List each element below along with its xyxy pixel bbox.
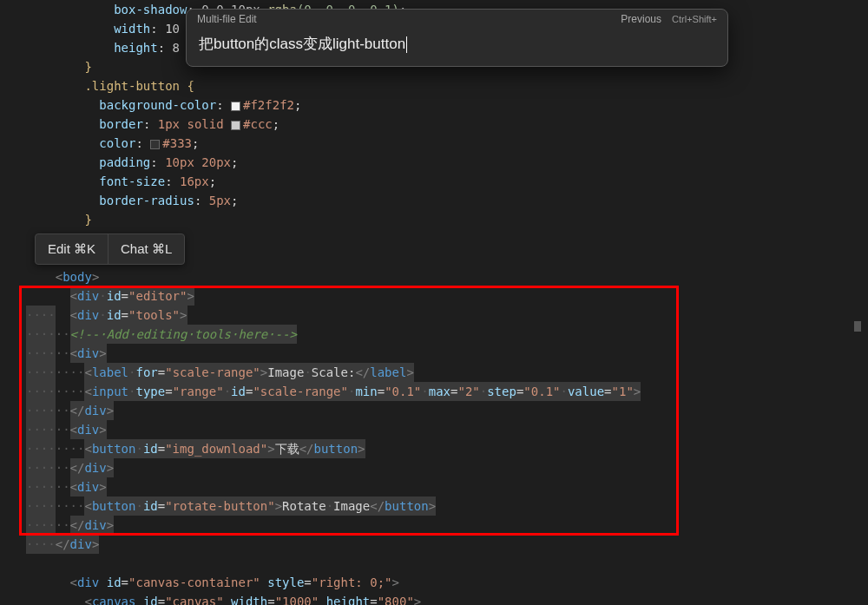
code-line[interactable]: ······<div> [0, 420, 868, 439]
code-line[interactable]: <div·id="editor"> [0, 286, 868, 306]
color-swatch [231, 121, 240, 130]
code-line[interactable]: ········<input·type="range"·id="scale-ra… [0, 382, 868, 401]
code-line[interactable]: border: 1px solid #ccc; [0, 115, 868, 134]
code-line[interactable]: background-color: #f2f2f2; [0, 95, 868, 115]
chat-action[interactable]: Chat ⌘L [108, 234, 184, 264]
code-line[interactable]: ········<label·for="scale-range">Image·S… [0, 363, 868, 382]
code-line[interactable]: ······<!--·Add·editing·tools·here·--> [0, 325, 868, 344]
code-line[interactable]: } [0, 210, 868, 229]
code-line[interactable]: color: #333; [0, 134, 868, 153]
code-line[interactable]: .light-button { [0, 76, 868, 95]
code-line[interactable]: ······</div> [0, 516, 868, 535]
code-line[interactable]: border-radius: 5px; [0, 191, 868, 210]
minimap-indicator[interactable] [854, 321, 861, 332]
dialog-header: Multi-file Edit Previous Ctrl+Shift+ [187, 10, 727, 25]
code-editor[interactable]: box-shadow: 0 0 10px rgba(0, 0, 0, 0.1);… [0, 0, 868, 605]
code-line[interactable]: ···· <div·id="tools"> [0, 306, 868, 325]
text-cursor [406, 36, 407, 53]
color-swatch [231, 102, 240, 111]
dialog-input-text: 把button的class变成light-button [199, 36, 405, 52]
edit-action[interactable]: Edit ⌘K [36, 234, 108, 264]
dialog-previous[interactable]: Previous [621, 13, 661, 25]
code-line[interactable] [0, 554, 868, 573]
code-line[interactable]: ········<button·id="rotate-button">Rotat… [0, 496, 868, 516]
code-line[interactable]: ······<div> [0, 477, 868, 496]
code-line[interactable]: <canvas id="canvas" width="1000" height=… [0, 592, 868, 605]
ai-edit-dialog[interactable]: Multi-file Edit Previous Ctrl+Shift+ 把bu… [186, 9, 728, 67]
action-popup: Edit ⌘K Chat ⌘L [35, 233, 185, 265]
code-line[interactable]: ······</div> [0, 458, 868, 477]
code-line[interactable]: font-size: 16px; [0, 172, 868, 191]
code-line[interactable]: ········<button·id="img_download">下载</bu… [0, 439, 868, 458]
code-line[interactable]: ······<div> [0, 344, 868, 363]
code-line[interactable]: <div id="canvas-container" style="right:… [0, 573, 868, 592]
code-line[interactable]: ······</div> [0, 401, 868, 420]
dialog-title: Multi-file Edit [197, 13, 257, 25]
code-line[interactable]: ····</div> [0, 535, 868, 554]
code-line[interactable]: <body> [0, 267, 868, 286]
dialog-shortcut: Ctrl+Shift+ [672, 14, 717, 24]
color-swatch [150, 140, 160, 149]
dialog-input[interactable]: 把button的class变成light-button [187, 25, 727, 66]
code-line[interactable]: padding: 10px 20px; [0, 153, 868, 172]
